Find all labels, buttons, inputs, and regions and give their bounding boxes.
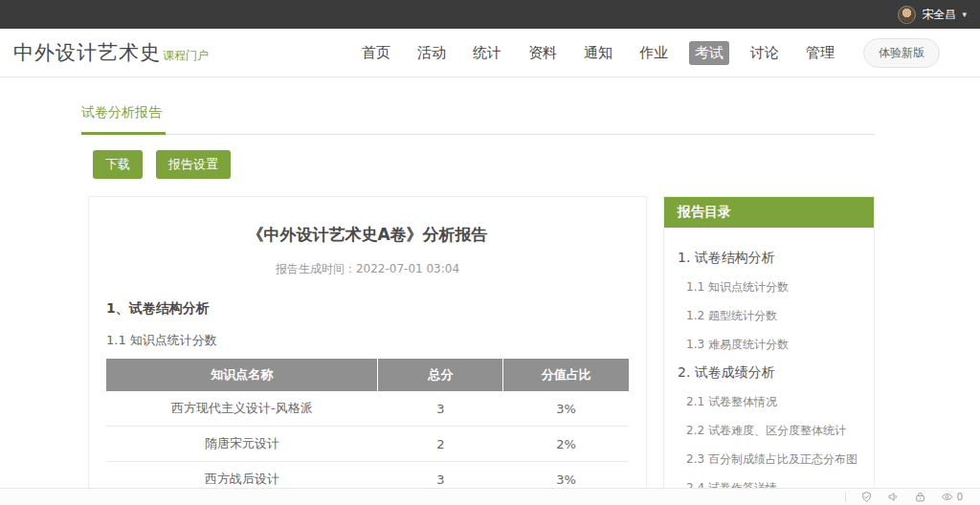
speaker-icon[interactable]: [887, 491, 900, 503]
user-menu[interactable]: 宋全昌 ▾: [898, 6, 967, 24]
toc-item-1-2[interactable]: 1.2 题型统计分数: [686, 308, 860, 324]
col-header-score-ratio: 分值占比: [503, 359, 629, 391]
nav-item-homework[interactable]: 作业: [634, 41, 674, 65]
table-header-row: 知识点名称 总分 分值占比: [106, 359, 629, 391]
statusbar-divider: [845, 492, 846, 502]
cell-ratio: 2%: [503, 427, 629, 462]
main-nav: 首页 活动 统计 资料 通知 作业 考试 讨论 管理: [356, 41, 840, 65]
toc-item-1[interactable]: 1. 试卷结构分析: [678, 250, 860, 267]
lock-icon[interactable]: [914, 491, 926, 503]
site-subtitle: 课程门户: [163, 48, 209, 64]
toc-item-2-2[interactable]: 2.2 试卷难度、区分度整体统计: [686, 423, 860, 439]
section-1-1-title: 1.1 知识点统计分数: [106, 332, 629, 349]
nav-item-exam[interactable]: 考试: [689, 41, 729, 65]
chevron-down-icon: ▾: [962, 10, 967, 19]
report-title: 《中外设计艺术史A卷》分析报告: [106, 224, 629, 246]
toc-item-1-1[interactable]: 1.1 知识点统计分数: [686, 279, 860, 296]
toc-title: 报告目录: [664, 197, 874, 228]
download-button[interactable]: 下载: [93, 150, 143, 179]
topbar: 宋全昌 ▾: [0, 0, 980, 29]
viewer-count: 0: [957, 492, 963, 502]
toc-item-1-3[interactable]: 1.3 难易度统计分数: [686, 337, 860, 353]
avatar: [898, 6, 916, 24]
nav-item-manage[interactable]: 管理: [800, 41, 840, 65]
tabbar: 试卷分析报告: [81, 102, 875, 135]
report-generated-time: 报告生成时间：2022-07-01 03:04: [106, 261, 629, 277]
toolbar: 下载 报告设置: [93, 150, 875, 179]
nav-item-stats[interactable]: 统计: [467, 41, 507, 65]
site-title: 中外设计艺术史: [13, 39, 161, 66]
tab-report-analysis[interactable]: 试卷分析报告: [81, 104, 166, 135]
nav-item-activity[interactable]: 活动: [412, 41, 452, 65]
cell-name: 隋唐宋元设计: [106, 427, 378, 462]
status-bar: 0: [0, 488, 980, 505]
cell-score: 2: [378, 427, 503, 462]
nav-item-home[interactable]: 首页: [356, 41, 396, 65]
viewers-indicator[interactable]: 0: [941, 491, 963, 503]
col-header-total-score: 总分: [378, 359, 503, 391]
site-header: 中外设计艺术史 课程门户 首页 活动 统计 资料 通知 作业 考试 讨论 管理 …: [0, 29, 980, 77]
cell-name: 西方现代主义设计-风格派: [106, 391, 378, 427]
shield-check-icon[interactable]: [860, 491, 873, 503]
toc-item-2[interactable]: 2. 试卷成绩分析: [678, 364, 860, 382]
table-row: 西方现代主义设计-风格派 3 3%: [106, 391, 629, 427]
col-header-knowledge-point: 知识点名称: [106, 359, 378, 391]
report-settings-button[interactable]: 报告设置: [156, 150, 231, 179]
report-card: 《中外设计艺术史A卷》分析报告 报告生成时间：2022-07-01 03:04 …: [88, 196, 647, 505]
table-row: 隋唐宋元设计 2 2%: [106, 427, 629, 462]
nav-item-notice[interactable]: 通知: [578, 41, 618, 65]
nav-item-discussion[interactable]: 讨论: [745, 41, 785, 65]
site-logo[interactable]: 中外设计艺术史 课程门户: [13, 39, 209, 66]
cell-ratio: 3%: [503, 391, 629, 427]
page-content: 试卷分析报告 下载 报告设置 《中外设计艺术史A卷》分析报告 报告生成时间：20…: [81, 102, 875, 505]
nav-item-materials[interactable]: 资料: [523, 41, 563, 65]
toc-item-2-1[interactable]: 2.1 试卷整体情况: [686, 394, 860, 410]
new-version-button[interactable]: 体验新版: [863, 38, 940, 68]
eye-icon: [941, 491, 953, 503]
section-1-title: 1、试卷结构分析: [106, 300, 629, 318]
user-name: 宋全昌: [922, 7, 956, 23]
report-toc: 报告目录 1. 试卷结构分析 1.1 知识点统计分数 1.2 题型统计分数 1.…: [663, 196, 875, 505]
cell-score: 3: [378, 391, 503, 427]
knowledge-points-table: 知识点名称 总分 分值占比 西方现代主义设计-风格派 3 3% 隋唐宋元设计 2…: [106, 359, 629, 505]
toc-item-2-3[interactable]: 2.3 百分制成绩占比及正态分布图: [686, 451, 860, 468]
